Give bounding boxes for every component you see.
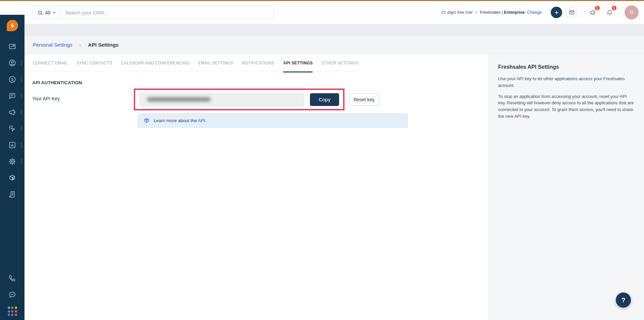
conversations-icon xyxy=(8,92,16,100)
changelog-doc-icon xyxy=(8,190,16,199)
quick-add-button[interactable] xyxy=(551,7,562,18)
divider xyxy=(546,8,546,16)
change-plan-link[interactable]: Change xyxy=(527,10,542,15)
product-plan-text: Freshsales | Enterprise xyxy=(480,10,525,15)
api-key-value-redacted xyxy=(147,97,211,102)
side-panel-paragraph: To stop an application from accessing yo… xyxy=(498,93,635,120)
tab-calendar-and-conferencing[interactable]: CALENDAR AND CONFERENCING xyxy=(121,54,190,72)
tab-api-settings[interactable]: API SETTINGS xyxy=(283,54,313,72)
side-panel-title: Freshsales API Settings xyxy=(498,64,635,70)
trial-status-text: 21 days free trial xyxy=(441,10,472,15)
breadcrumb-parent-link[interactable]: Personal Settings xyxy=(33,42,72,48)
email-button[interactable] xyxy=(566,7,578,18)
kebab-menu-icon[interactable] xyxy=(21,77,22,82)
divider xyxy=(582,8,582,16)
reset-key-button[interactable]: Reset key xyxy=(349,93,379,106)
section-title: API AUTHENTICATION xyxy=(32,80,82,85)
user-avatar[interactable]: N xyxy=(625,5,639,19)
settings-tabs: CONNECT EMAILSYNC CONTACTSCALENDAR AND C… xyxy=(24,54,489,72)
sidebar-item-marketing[interactable] xyxy=(0,108,24,116)
kebab-menu-icon[interactable] xyxy=(21,143,22,147)
announcements-button[interactable]: 1 xyxy=(587,6,599,18)
sidebar-item-phone[interactable] xyxy=(8,274,17,282)
tab-connect-email[interactable]: CONNECT EMAIL xyxy=(33,54,68,72)
search-input[interactable] xyxy=(60,6,273,19)
search-scope-dropdown[interactable]: All xyxy=(33,6,60,19)
sidebar-item-changelog[interactable] xyxy=(0,190,24,199)
kebab-menu-icon[interactable] xyxy=(21,159,22,164)
contacts-icon xyxy=(8,59,16,67)
plus-icon xyxy=(554,10,559,15)
kebab-menu-icon[interactable] xyxy=(21,110,22,114)
sidebar-item-conversations[interactable] xyxy=(0,91,24,100)
api-key-field[interactable] xyxy=(139,93,304,106)
tab-email-settings[interactable]: EMAIL SETTINGS xyxy=(198,54,233,72)
sidebar-item-contacts[interactable] xyxy=(0,58,24,67)
settings-gear-icon xyxy=(8,157,16,166)
page-title: API Settings xyxy=(88,42,118,48)
kebab-menu-icon[interactable] xyxy=(21,61,22,65)
copy-button[interactable]: Copy xyxy=(310,93,339,106)
separator-dot xyxy=(475,12,477,13)
topbar: All 21 days free trial Freshsales | Ente… xyxy=(0,1,644,24)
plan-name: Enterprise xyxy=(504,10,525,15)
envelope-icon xyxy=(569,9,575,15)
sidebar: $ xyxy=(0,15,24,320)
tab-notifications[interactable]: NOTIFICATIONS xyxy=(242,54,274,72)
header-strip xyxy=(24,24,644,36)
sidebar-item-deals[interactable]: $ xyxy=(0,75,24,84)
sidebar-item-sales-sequences[interactable] xyxy=(0,124,24,133)
help-side-panel: Freshsales API Settings Use your API key… xyxy=(489,54,644,320)
search-scope-label: All xyxy=(45,10,50,15)
highlight-annotation: Copy xyxy=(134,89,344,110)
main-content: CONNECT EMAILSYNC CONTACTSCALENDAR AND C… xyxy=(24,54,489,320)
sidebar-item-marketplace[interactable] xyxy=(0,173,24,182)
api-info-banner: Learn more about the API. xyxy=(138,113,408,128)
sidebar-nav: $ xyxy=(0,42,24,206)
pipeline-icon xyxy=(8,42,16,51)
divider xyxy=(620,8,620,16)
global-search-bar: All xyxy=(33,6,274,19)
kebab-menu-icon[interactable] xyxy=(21,126,22,131)
marketing-icon xyxy=(8,108,16,116)
announcements-badge: 1 xyxy=(594,5,600,11)
deals-icon: $ xyxy=(8,75,16,84)
sidebar-item-pipeline[interactable] xyxy=(0,42,24,51)
apps-grid-icon[interactable] xyxy=(8,307,17,316)
svg-text:$: $ xyxy=(11,77,14,82)
analytics-icon xyxy=(8,141,16,149)
breadcrumb: Personal Settings › API Settings xyxy=(24,36,644,54)
top-accent-bar xyxy=(0,0,644,1)
search-icon xyxy=(38,10,43,15)
freshworks-logo[interactable] xyxy=(7,20,18,31)
info-banner-text: Learn more about the API. xyxy=(154,118,207,123)
phone-icon xyxy=(8,274,16,282)
side-panel-paragraph: Use your API key to let other applicatio… xyxy=(498,75,635,89)
notifications-badge: 1 xyxy=(611,5,617,11)
sales-sequences-icon xyxy=(8,124,16,133)
chat-bubble-icon xyxy=(8,290,16,299)
api-key-label: Your API Key xyxy=(32,96,60,101)
package-icon xyxy=(143,117,150,124)
sidebar-bottom xyxy=(8,274,17,320)
sidebar-item-analytics[interactable] xyxy=(0,141,24,149)
sidebar-item-settings[interactable] xyxy=(0,157,24,166)
chevron-down-icon xyxy=(52,11,56,14)
notifications-button[interactable]: 1 xyxy=(603,6,615,18)
topbar-right-cluster: 21 days free trial Freshsales | Enterpri… xyxy=(441,5,639,20)
tab-other-settings[interactable]: OTHER SETTINGS xyxy=(321,54,359,72)
sidebar-item-chat[interactable] xyxy=(8,290,17,299)
breadcrumb-chevron-icon: › xyxy=(79,42,81,48)
tab-sync-contacts[interactable]: SYNC CONTACTS xyxy=(76,54,112,72)
marketplace-cube-icon xyxy=(8,174,16,182)
help-button[interactable]: ? xyxy=(616,292,631,308)
kebab-menu-icon[interactable] xyxy=(21,94,22,98)
api-docs-link[interactable]: API xyxy=(198,118,205,123)
